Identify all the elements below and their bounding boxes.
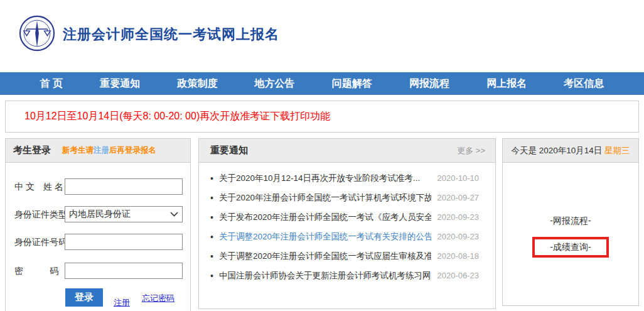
nav-item-local-announcements[interactable]: 地方公告	[255, 77, 295, 90]
notices-title: 重要通知	[210, 145, 248, 156]
nav-item-policies[interactable]: 政策制度	[177, 77, 217, 90]
forgot-password-link[interactable]: 忘记密码	[142, 293, 174, 304]
notice-date: 2020-09-23	[437, 212, 480, 222]
login-button[interactable]: 登录	[65, 288, 103, 307]
notice-item[interactable]: • 关于发布2020年注册会计师全国统一考试《应考人员安全承... 2020-0…	[199, 207, 495, 227]
alert-text: 10月12日至10月14日(每天8: 00-20: 00)再次开放准考证下载打印…	[6, 110, 330, 123]
bullet-icon: •	[210, 251, 213, 261]
login-panel-header: 考生登录 新考生请注册后再登录报名	[6, 139, 190, 163]
notice-date: 2020-08-18	[437, 251, 480, 261]
notice-title: 关于调整2020年注册会计师全国统一考试有关安排的公告	[219, 231, 431, 243]
chevron-down-icon	[170, 212, 178, 217]
cpa-exam-registration-page: { "header": { "title": "注册会计师全国统一考试网上报名"…	[0, 0, 644, 311]
new-candidate-hint: 新考生请注册后再登录报名	[62, 145, 156, 156]
more-link[interactable]: 更多 >>	[457, 145, 485, 156]
notice-title: 关于2020年10月12-14日再次开放专业阶段考试准考...	[219, 173, 431, 184]
notice-date: 2020-09-27	[437, 193, 480, 202]
notice-title: 中国注册会计师协会关于更新注册会计师考试机考练习网站的公...	[219, 270, 431, 281]
notice-item[interactable]: • 关于调整2020年注册会计师全国统一考试应届生审核及准考... 2020-0…	[199, 246, 495, 266]
nav-item-home[interactable]: 首 页	[40, 77, 63, 90]
id-type-select[interactable]: 内地居民身份证	[65, 206, 183, 222]
side-links: -网报流程- -成绩查询-	[503, 163, 638, 258]
notice-date: 2020-10-10	[437, 173, 480, 183]
notice-title: 关于调整2020年注册会计师全国统一考试应届生审核及准考...	[219, 251, 431, 262]
panel-today-links: 今天是 2020年10月14日 星期三 -网报流程- -成绩查询-	[502, 138, 639, 306]
today-header: 今天是 2020年10月14日 星期三	[503, 139, 638, 163]
registration-process-link[interactable]: -网报流程-	[550, 216, 591, 227]
hint-prefix: 新考生请	[62, 146, 94, 155]
hint-suffix: 后再登录报名	[109, 146, 156, 155]
notices-panel-header: 重要通知 更多 >>	[199, 139, 495, 163]
notice-date: 2020-06-23	[437, 271, 480, 280]
notice-item[interactable]: • 关于2020年10月12-14日再次开放专业阶段考试准考... 2020-1…	[199, 168, 495, 188]
nav-item-important-notices[interactable]: 重要通知	[100, 77, 140, 90]
panel-important-notices: 重要通知 更多 >> • 关于2020年10月12-14日再次开放专业阶段考试准…	[198, 138, 496, 309]
today-date-text: 今天是 2020年10月14日	[511, 145, 604, 156]
hint-register-link[interactable]: 注册	[94, 146, 109, 155]
score-query-link[interactable]: -成绩查询-	[550, 242, 591, 252]
register-link[interactable]: 注册	[114, 297, 130, 308]
panel-candidate-login: 考生登录 新考生请注册后再登录报名 中 文 姓 名 身份证件类型 内地居民身份证…	[5, 138, 191, 311]
id-type-selected-value: 内地居民身份证	[69, 209, 131, 220]
scales-emblem-icon	[19, 15, 55, 52]
id-number-label: 身份证件号码	[14, 237, 67, 248]
notice-date: 2020-09-23	[437, 232, 480, 241]
notice-item-highlighted[interactable]: • 关于调整2020年注册会计师全国统一考试有关安排的公告 2020-09-23	[199, 227, 495, 246]
bullet-icon: •	[210, 232, 213, 242]
today-weekday: 星期三	[604, 145, 630, 156]
bullet-icon: •	[210, 193, 213, 203]
score-query-highlight-box: -成绩查询-	[532, 237, 608, 258]
notice-list: • 关于2020年10月12-14日再次开放专业阶段考试准考... 2020-1…	[199, 163, 495, 285]
page-title: 注册会计师全国统一考试网上报名	[63, 25, 279, 44]
nav-item-online-registration[interactable]: 网上报名	[486, 77, 527, 90]
bullet-icon: •	[210, 212, 213, 222]
id-type-label: 身份证件类型	[14, 209, 67, 221]
bullet-icon: •	[210, 173, 213, 183]
login-title: 考生登录	[13, 145, 51, 156]
alert-bar: 10月12日至10月14日(每天8: 00-20: 00)再次开放准考证下载打印…	[5, 101, 639, 133]
nav-item-exam-area-info[interactable]: 考区信息	[564, 77, 604, 90]
notice-item[interactable]: • 中国注册会计师协会关于更新注册会计师考试机考练习网站的公... 2020-0…	[199, 266, 495, 285]
password-input[interactable]	[65, 263, 183, 279]
nav-item-registration-process[interactable]: 网报流程	[409, 77, 449, 90]
id-number-input[interactable]	[65, 234, 183, 250]
nav-item-faq[interactable]: 问题解答	[332, 77, 372, 90]
notice-title: 关于2020年注册会计师全国统一考试计算机考试环境下故障...	[219, 192, 431, 204]
notice-title: 关于发布2020年注册会计师全国统一考试《应考人员安全承...	[219, 212, 431, 223]
chinese-name-label: 中 文 姓 名	[14, 182, 63, 193]
chinese-name-input[interactable]	[65, 178, 183, 195]
bullet-icon: •	[210, 271, 213, 281]
notice-item[interactable]: • 关于2020年注册会计师全国统一考试计算机考试环境下故障... 2020-0…	[199, 188, 495, 207]
password-label: 密 码	[14, 266, 58, 277]
cicpa-logo	[19, 15, 55, 52]
nav-bar: 首 页 重要通知 政策制度 地方公告 问题解答 网报流程 网上报名 考区信息	[0, 72, 644, 95]
